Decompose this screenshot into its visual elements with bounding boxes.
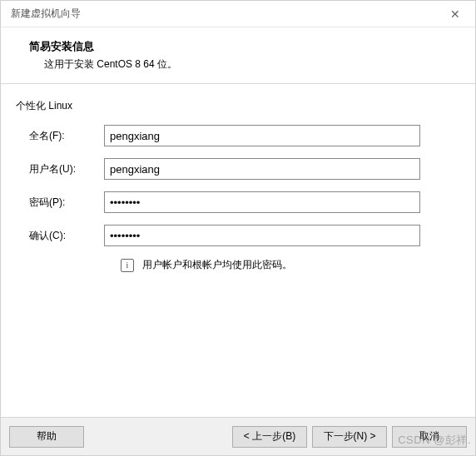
wizard-body: 个性化 Linux 全名(F): 用户名(U): 密码(P): 确认(C): i… bbox=[1, 84, 475, 417]
help-button[interactable]: 帮助 bbox=[9, 426, 84, 448]
confirm-field[interactable] bbox=[104, 225, 420, 246]
label-username: 用户名(U): bbox=[29, 162, 104, 176]
password-hint-text: 用户帐户和根帐户均使用此密码。 bbox=[142, 258, 292, 272]
row-confirm: 确认(C): bbox=[16, 225, 460, 246]
password-hint-row: i 用户帐户和根帐户均使用此密码。 bbox=[16, 258, 460, 272]
row-password: 密码(P): bbox=[16, 191, 460, 213]
label-fullname: 全名(F): bbox=[29, 129, 104, 143]
label-confirm: 确认(C): bbox=[29, 229, 104, 243]
row-fullname: 全名(F): bbox=[16, 125, 460, 146]
label-password: 密码(P): bbox=[29, 196, 104, 210]
section-label: 个性化 Linux bbox=[16, 99, 460, 113]
header-subtitle: 这用于安装 CentOS 8 64 位。 bbox=[17, 57, 459, 72]
close-icon[interactable]: ✕ bbox=[445, 7, 465, 21]
new-vm-wizard-dialog: 新建虚拟机向导 ✕ 简易安装信息 这用于安装 CentOS 8 64 位。 个性… bbox=[0, 0, 476, 456]
row-username: 用户名(U): bbox=[16, 158, 460, 180]
info-icon: i bbox=[121, 259, 134, 272]
wizard-footer: 帮助 < 上一步(B) 下一步(N) > 取消 bbox=[1, 417, 475, 455]
back-button[interactable]: < 上一步(B) bbox=[232, 426, 307, 448]
header-title: 简易安装信息 bbox=[17, 39, 459, 54]
window-title: 新建虚拟机向导 bbox=[11, 7, 81, 21]
username-field[interactable] bbox=[104, 158, 420, 180]
password-field[interactable] bbox=[104, 191, 420, 213]
cancel-button[interactable]: 取消 bbox=[392, 426, 467, 448]
titlebar: 新建虚拟机向导 ✕ bbox=[1, 1, 475, 27]
next-button[interactable]: 下一步(N) > bbox=[312, 426, 387, 448]
wizard-header: 简易安装信息 这用于安装 CentOS 8 64 位。 bbox=[1, 27, 475, 84]
fullname-field[interactable] bbox=[104, 125, 420, 146]
